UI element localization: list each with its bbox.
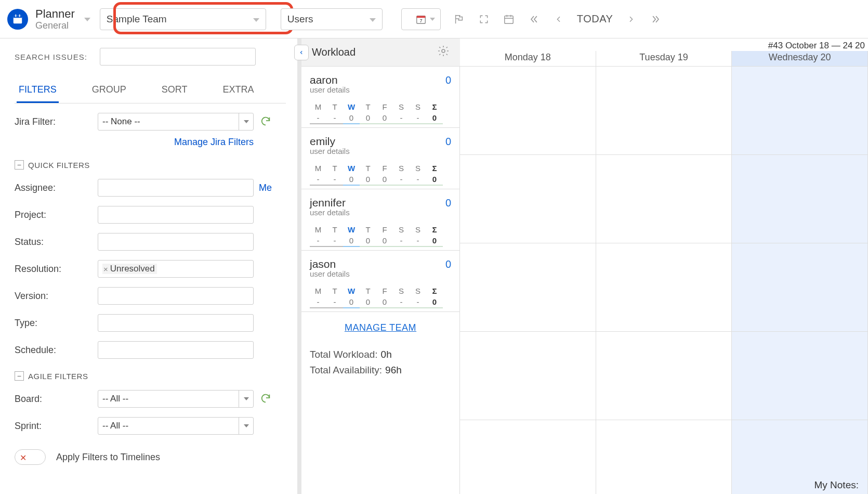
nav-last-icon[interactable] bbox=[649, 12, 663, 26]
sprint-value: -- All -- bbox=[102, 421, 128, 431]
week-label: #43 October 18 — 24 20 bbox=[460, 38, 868, 51]
app-dropdown-icon[interactable] bbox=[84, 15, 90, 23]
user-block: aaron 0 user details MTWTFSSΣ --000--0 bbox=[301, 67, 459, 128]
quick-filters-collapse-icon[interactable]: − bbox=[15, 160, 24, 170]
resolution-label: Resolution: bbox=[15, 264, 98, 275]
app-icon bbox=[7, 9, 28, 30]
my-notes-label[interactable]: My Notes: bbox=[814, 479, 859, 491]
jira-filter-label: Jira Filter: bbox=[15, 116, 98, 127]
user-name[interactable]: aaron bbox=[310, 74, 338, 86]
board-select[interactable]: -- All -- bbox=[98, 390, 254, 408]
user-block: emily 0 user details MTWTFSSΣ --000--0 bbox=[301, 128, 459, 189]
day-header: Wednesday 20 bbox=[732, 51, 868, 66]
users-select-value: Users bbox=[287, 14, 313, 25]
agile-filters-header: AGILE FILTERS bbox=[28, 372, 88, 381]
expand-icon[interactable] bbox=[477, 12, 491, 26]
user-name[interactable]: emily bbox=[310, 135, 335, 148]
svg-rect-2 bbox=[15, 14, 16, 17]
app-name: Planner bbox=[35, 7, 75, 20]
resolution-tag[interactable]: ×Unresolved bbox=[102, 264, 157, 274]
schedule-input[interactable] bbox=[98, 341, 254, 359]
tab-sort[interactable]: SORT bbox=[160, 79, 190, 103]
user-details-link[interactable]: user details bbox=[310, 269, 451, 278]
user-details-link[interactable]: user details bbox=[310, 208, 451, 217]
project-label: Project: bbox=[15, 210, 98, 220]
apply-filters-toggle[interactable]: ✕ bbox=[15, 449, 46, 465]
user-block: jennifer 0 user details MTWTFSSΣ --000--… bbox=[301, 189, 459, 251]
project-input[interactable] bbox=[98, 206, 254, 224]
user-name[interactable]: jason bbox=[310, 258, 336, 270]
user-details-link[interactable]: user details bbox=[310, 147, 451, 155]
manage-team-link[interactable]: MANAGE TEAM bbox=[345, 322, 416, 333]
workload-title: Workload bbox=[312, 46, 356, 58]
assignee-label: Assignee: bbox=[15, 183, 98, 193]
assignee-input[interactable] bbox=[98, 179, 254, 197]
schedule-label: Schedule: bbox=[15, 345, 98, 356]
type-input[interactable] bbox=[98, 314, 254, 332]
me-link[interactable]: Me bbox=[259, 183, 272, 193]
chevron-down-icon bbox=[239, 391, 253, 407]
manage-jira-filters-link[interactable]: Manage Jira Filters bbox=[15, 137, 254, 148]
apply-filters-label: Apply Filters to Timelines bbox=[56, 452, 160, 463]
jira-filter-value: -- None -- bbox=[102, 116, 140, 127]
collapse-panel-icon[interactable] bbox=[294, 45, 309, 60]
svg-marker-4 bbox=[84, 18, 90, 21]
resolution-input[interactable]: ×Unresolved bbox=[98, 260, 254, 278]
app-title: Planner General bbox=[35, 7, 75, 31]
timeline-column[interactable] bbox=[732, 67, 868, 494]
user-block: jason 0 user details MTWTFSSΣ --000--0 bbox=[301, 251, 459, 312]
day-header: Tuesday 19 bbox=[596, 51, 732, 66]
day-header: Monday 18 bbox=[460, 51, 596, 66]
timeline-column[interactable] bbox=[596, 67, 732, 494]
user-total: 0 bbox=[445, 197, 451, 209]
user-total: 0 bbox=[445, 74, 451, 86]
sprint-label: Sprint: bbox=[15, 421, 98, 432]
board-label: Board: bbox=[15, 394, 98, 405]
timeline-column[interactable] bbox=[460, 67, 596, 494]
search-label: SEARCH ISSUES: bbox=[15, 53, 87, 61]
date-picker[interactable]: 7 bbox=[401, 8, 441, 30]
refresh-icon[interactable] bbox=[260, 115, 271, 128]
user-details-link[interactable]: user details bbox=[310, 85, 451, 94]
total-workload: Total Workload:0h bbox=[310, 347, 451, 362]
jira-filter-select[interactable]: -- None -- bbox=[98, 113, 254, 131]
remove-tag-icon[interactable]: × bbox=[103, 265, 108, 274]
team-select-value: Sample Team bbox=[107, 14, 167, 25]
agile-filters-collapse-icon[interactable]: − bbox=[15, 371, 24, 381]
calendar-icon: 7 bbox=[415, 14, 427, 25]
svg-rect-1 bbox=[14, 16, 22, 18]
quick-filters-header: QUICK FILTERS bbox=[28, 161, 90, 170]
status-input[interactable] bbox=[98, 233, 254, 251]
flag-icon[interactable] bbox=[452, 12, 466, 26]
svg-rect-8 bbox=[505, 16, 514, 23]
svg-text:7: 7 bbox=[419, 18, 422, 23]
tab-filters[interactable]: FILTERS bbox=[17, 79, 59, 103]
chevron-down-icon bbox=[239, 418, 253, 434]
total-availability: Total Availability:96h bbox=[310, 362, 451, 378]
board-value: -- All -- bbox=[102, 394, 128, 404]
status-label: Status: bbox=[15, 237, 98, 248]
svg-point-9 bbox=[442, 49, 445, 53]
nav-first-icon[interactable] bbox=[527, 12, 541, 26]
users-select[interactable]: Users bbox=[281, 8, 383, 30]
version-input[interactable] bbox=[98, 287, 254, 305]
user-total: 0 bbox=[445, 258, 451, 270]
gear-icon[interactable] bbox=[437, 45, 450, 60]
version-label: Version: bbox=[15, 291, 98, 302]
app-subtitle: General bbox=[35, 20, 75, 31]
refresh-icon[interactable] bbox=[260, 393, 271, 406]
type-label: Type: bbox=[15, 318, 98, 329]
close-icon: ✕ bbox=[17, 451, 29, 464]
calendar-jump-icon[interactable] bbox=[502, 12, 516, 26]
tab-extra[interactable]: EXTRA bbox=[220, 79, 256, 103]
chevron-down-icon bbox=[239, 113, 253, 130]
sprint-select[interactable]: -- All -- bbox=[98, 417, 254, 435]
user-name[interactable]: jennifer bbox=[310, 197, 346, 209]
nav-prev-icon[interactable] bbox=[552, 12, 565, 26]
user-total: 0 bbox=[445, 136, 451, 148]
search-input[interactable] bbox=[100, 48, 256, 66]
team-select[interactable]: Sample Team bbox=[100, 8, 266, 30]
nav-next-icon[interactable] bbox=[624, 12, 638, 26]
today-button[interactable]: TODAY bbox=[577, 13, 613, 25]
tab-group[interactable]: GROUP bbox=[90, 79, 128, 103]
